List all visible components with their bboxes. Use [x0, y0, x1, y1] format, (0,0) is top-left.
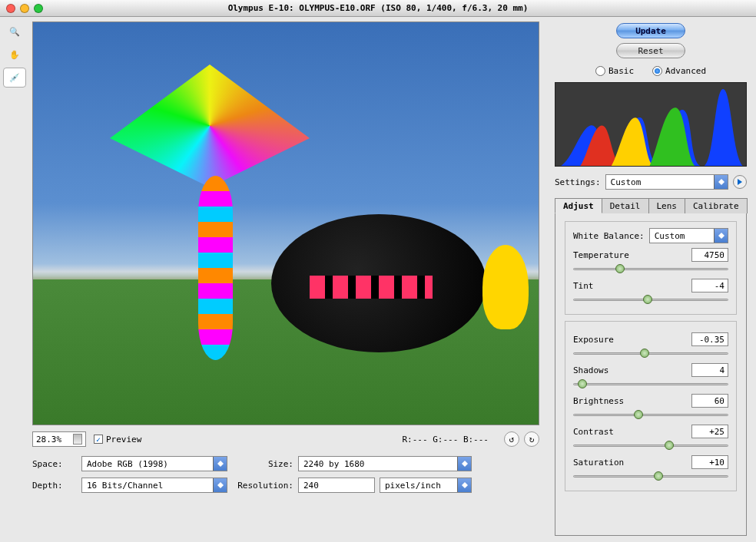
- shadows-slider[interactable]: [573, 378, 728, 389]
- resolution-label: Resolution:: [232, 481, 293, 491]
- brightness-label: Brightness: [573, 396, 691, 406]
- settings-label: Settings:: [555, 177, 601, 187]
- hand-tool[interactable]: ✋: [3, 45, 26, 64]
- stepper-icon: [457, 457, 471, 471]
- white-balance-group: White Balance: Custom Temperature Tint: [565, 221, 737, 315]
- tool-strip: 🔍 ✋ 💉: [0, 17, 29, 542]
- settings-combo[interactable]: Custom: [605, 174, 728, 190]
- shadows-input[interactable]: [691, 363, 728, 377]
- update-button[interactable]: Update: [616, 23, 685, 38]
- adjust-pane: White Balance: Custom Temperature Tint E…: [555, 213, 747, 536]
- image-preview[interactable]: [32, 21, 539, 425]
- checkbox-icon: ✓: [94, 435, 103, 444]
- histogram: [555, 82, 747, 167]
- stepper-icon: [213, 457, 227, 471]
- temperature-label: Temperature: [573, 250, 691, 260]
- eyedropper-tool[interactable]: 💉: [3, 68, 26, 88]
- stepper-icon: [457, 478, 471, 492]
- brightness-input[interactable]: [691, 394, 728, 408]
- exposure-input[interactable]: [691, 332, 728, 346]
- window-controls: [6, 4, 43, 13]
- basic-radio-label: Basic: [608, 66, 634, 76]
- space-label: Space:: [32, 459, 77, 469]
- tint-slider[interactable]: [573, 294, 728, 305]
- resolution-input[interactable]: 240: [298, 478, 375, 493]
- tint-input[interactable]: [691, 279, 728, 292]
- hand-icon: ✋: [9, 50, 20, 60]
- white-balance-value: Custom: [655, 231, 685, 241]
- stepper-icon: [213, 478, 227, 492]
- rotate-ccw-button[interactable]: ↺: [504, 431, 519, 447]
- white-balance-label: White Balance:: [573, 231, 645, 241]
- rotate-ccw-icon: ↺: [509, 435, 515, 445]
- resolution-units-combo[interactable]: pixels/inch: [380, 478, 472, 493]
- stepper-icon: [714, 229, 728, 243]
- basic-radio[interactable]: Basic: [595, 66, 634, 76]
- contrast-input[interactable]: [691, 425, 728, 438]
- exposure-label: Exposure: [573, 335, 691, 345]
- size-value: 2240 by 1680: [303, 459, 364, 469]
- minimize-window-button[interactable]: [20, 4, 29, 13]
- temperature-slider[interactable]: [573, 263, 728, 274]
- titlebar: Olympus E-10: OLYMPUS-E10.ORF (ISO 80, 1…: [0, 0, 756, 17]
- advanced-radio[interactable]: Advanced: [652, 66, 706, 76]
- depth-value: 16 Bits/Channel: [87, 481, 163, 491]
- magnifier-icon: 🔍: [9, 27, 20, 37]
- settings-menu-button[interactable]: [733, 175, 747, 189]
- eyedropper-icon: 💉: [9, 73, 20, 83]
- zoom-level-combo[interactable]: 28.3%: [32, 431, 86, 447]
- settings-value: Custom: [611, 177, 642, 187]
- rotate-cw-button[interactable]: ↻: [524, 431, 539, 447]
- window-title: Olympus E-10: OLYMPUS-E10.ORF (ISO 80, 1…: [0, 3, 756, 13]
- size-combo[interactable]: 2240 by 1680: [298, 456, 472, 471]
- radio-icon: [652, 66, 662, 76]
- saturation-label: Saturation: [573, 458, 691, 468]
- brightness-slider[interactable]: [573, 409, 728, 420]
- tone-group: Exposure Shadows Brightness Contrast Sat…: [565, 321, 737, 491]
- zoom-window-button[interactable]: [34, 4, 43, 13]
- camera-raw-dialog: Olympus E-10: OLYMPUS-E10.ORF (ISO 80, 1…: [0, 0, 756, 542]
- reset-button[interactable]: Reset: [616, 43, 685, 58]
- rgb-readout: R:--- G:--- B:---: [402, 435, 489, 445]
- saturation-input[interactable]: [691, 455, 728, 469]
- white-balance-combo[interactable]: Custom: [649, 228, 728, 243]
- tab-calibrate[interactable]: Calibrate: [685, 198, 748, 213]
- space-value: Adobe RGB (1998): [87, 459, 168, 469]
- tab-adjust[interactable]: Adjust: [555, 198, 602, 213]
- space-combo[interactable]: Adobe RGB (1998): [81, 456, 227, 471]
- close-window-button[interactable]: [6, 4, 15, 13]
- stepper-icon: [714, 175, 728, 189]
- zoom-value: 28.3%: [36, 435, 61, 445]
- advanced-radio-label: Advanced: [665, 66, 706, 76]
- size-label: Size:: [232, 459, 293, 469]
- preview-checkbox[interactable]: ✓ Preview: [94, 435, 141, 445]
- exposure-slider[interactable]: [573, 348, 728, 359]
- radio-icon: [595, 66, 605, 76]
- tint-label: Tint: [573, 281, 691, 291]
- saturation-slider[interactable]: [573, 471, 728, 481]
- main-column: 28.3% ✓ Preview R:--- G:--- B:--- ↺ ↻ Sp…: [29, 17, 549, 542]
- shadows-label: Shadows: [573, 365, 691, 375]
- tab-detail[interactable]: Detail: [602, 198, 649, 213]
- zoom-tool[interactable]: 🔍: [3, 21, 26, 41]
- tabs: Adjust Detail Lens Calibrate: [555, 197, 747, 213]
- depth-combo[interactable]: 16 Bits/Channel: [81, 478, 227, 493]
- resolution-units-value: pixels/inch: [385, 481, 441, 491]
- temperature-input[interactable]: [691, 248, 728, 262]
- contrast-label: Contrast: [573, 427, 691, 437]
- preview-checkbox-label: Preview: [106, 435, 141, 445]
- resolution-value: 240: [303, 481, 319, 491]
- rotate-cw-icon: ↻: [529, 435, 535, 445]
- depth-label: Depth:: [32, 481, 77, 491]
- stepper-icon: [73, 434, 82, 445]
- settings-panel: Update Reset Basic Advanced Settings: Cu…: [549, 17, 756, 542]
- tab-lens[interactable]: Lens: [648, 198, 686, 213]
- contrast-slider[interactable]: [573, 440, 728, 451]
